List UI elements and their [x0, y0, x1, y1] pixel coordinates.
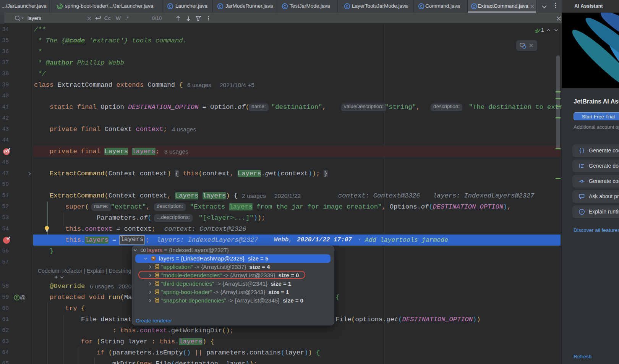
svg-text:C: C	[284, 4, 286, 8]
svg-text:C: C	[473, 4, 475, 8]
svg-text:C: C	[346, 4, 348, 8]
svg-text:?: ?	[581, 210, 583, 214]
svg-text:C: C	[169, 4, 172, 8]
svg-text:C: C	[219, 4, 222, 8]
svg-text:C: C	[420, 4, 423, 8]
